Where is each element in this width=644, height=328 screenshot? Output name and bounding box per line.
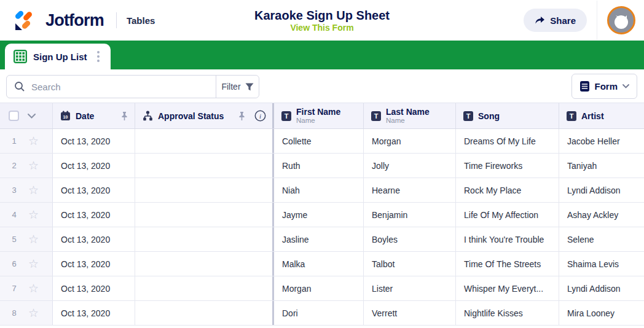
top-header: Jotform Tables Karaoke Sign Up Sheet Vie… bbox=[0, 0, 644, 41]
calendar-icon: 10 bbox=[60, 111, 71, 121]
row-number: 8 bbox=[9, 308, 20, 318]
favorite-star-icon[interactable]: ☆ bbox=[28, 307, 39, 319]
favorite-star-icon[interactable]: ☆ bbox=[28, 209, 39, 221]
cell-first-name[interactable]: Jasline bbox=[274, 227, 364, 251]
cell-last-name[interactable]: Jolly bbox=[364, 154, 456, 178]
cell-last-name[interactable]: Lister bbox=[364, 276, 456, 300]
table-row: 1 ☆ Oct 13, 2020 Collette Morgan Dreams … bbox=[0, 129, 644, 154]
brand[interactable]: Jotform Tables bbox=[0, 8, 155, 33]
table-row: 2 ☆ Oct 13, 2020 Ruth Jolly Time Firewor… bbox=[0, 154, 644, 178]
gutter-chevron-down-icon[interactable] bbox=[28, 114, 36, 119]
column-header-song[interactable]: T Song bbox=[456, 103, 559, 128]
favorite-star-icon[interactable]: ☆ bbox=[28, 184, 39, 196]
cell-first-name[interactable]: Collette bbox=[274, 129, 364, 153]
cell-approval-status[interactable] bbox=[135, 276, 274, 300]
cell-artist[interactable]: Lyndi Addison bbox=[559, 178, 644, 202]
cell-song[interactable]: Whisper My Everyt... bbox=[456, 276, 559, 300]
tab-options-menu-icon[interactable] bbox=[93, 49, 103, 64]
cell-first-name[interactable]: Morgan bbox=[274, 276, 364, 300]
cell-song[interactable]: Life Of My Affection bbox=[456, 203, 559, 227]
column-label-artist: Artist bbox=[581, 111, 604, 121]
cell-last-name[interactable]: Benjamin bbox=[364, 203, 456, 227]
cell-date[interactable]: Oct 13, 2020 bbox=[53, 252, 135, 276]
header-right: Share bbox=[524, 0, 635, 41]
cell-last-name[interactable]: Verrett bbox=[364, 301, 456, 325]
cell-song[interactable]: Time Of The Streets bbox=[456, 252, 559, 276]
cell-song[interactable]: Time Fireworks bbox=[456, 154, 559, 178]
favorite-star-icon[interactable]: ☆ bbox=[28, 160, 39, 171]
cell-approval-status[interactable] bbox=[135, 227, 274, 251]
cell-artist[interactable]: Ashay Ackley bbox=[559, 203, 644, 227]
cell-song[interactable]: Rock My Place bbox=[456, 178, 559, 202]
pin-icon[interactable] bbox=[120, 111, 128, 121]
cell-last-name[interactable]: Talbot bbox=[364, 252, 456, 276]
cell-song[interactable]: I think You're Trouble bbox=[456, 227, 559, 251]
row-number: 7 bbox=[9, 284, 20, 293]
svg-text:10: 10 bbox=[63, 115, 68, 119]
cell-date[interactable]: Oct 13, 2020 bbox=[53, 301, 135, 325]
column-header-artist[interactable]: T Artist bbox=[559, 103, 644, 128]
cell-song[interactable]: Nightlife Kisses bbox=[456, 301, 559, 325]
cell-last-name[interactable]: Morgan bbox=[364, 129, 456, 153]
cell-artist[interactable]: Taniyah bbox=[559, 154, 644, 178]
info-icon[interactable]: i bbox=[254, 110, 266, 122]
cell-first-name[interactable]: Malka bbox=[274, 252, 364, 276]
cell-artist[interactable]: Selene bbox=[559, 227, 644, 251]
cell-date[interactable]: Oct 13, 2020 bbox=[53, 154, 135, 178]
cell-artist[interactable]: Lyndi Addison bbox=[559, 276, 644, 300]
row-number: 6 bbox=[9, 259, 20, 268]
view-this-form-link[interactable]: View This Form bbox=[290, 23, 353, 33]
row-number: 4 bbox=[9, 210, 20, 219]
cell-approval-status[interactable] bbox=[135, 252, 274, 276]
user-avatar[interactable] bbox=[607, 6, 635, 34]
text-icon: T bbox=[567, 111, 576, 121]
cell-artist[interactable]: Shaima Levis bbox=[559, 252, 644, 276]
form-button[interactable]: Form bbox=[571, 74, 638, 99]
favorite-star-icon[interactable]: ☆ bbox=[28, 283, 39, 294]
table-row: 3 ☆ Oct 13, 2020 Niah Hearne Rock My Pla… bbox=[0, 178, 644, 203]
cell-first-name[interactable]: Jayme bbox=[274, 203, 364, 227]
search-placeholder: Search bbox=[31, 82, 61, 92]
share-button[interactable]: Share bbox=[524, 9, 587, 32]
cell-approval-status[interactable] bbox=[135, 178, 274, 202]
column-header-approval-status[interactable]: Approval Status i bbox=[135, 103, 274, 128]
cell-approval-status[interactable] bbox=[135, 203, 274, 227]
pin-icon[interactable] bbox=[238, 111, 246, 121]
column-header-last-name[interactable]: T Last Name Name bbox=[364, 103, 456, 128]
row-gutter: 8 ☆ bbox=[0, 301, 53, 325]
cell-date[interactable]: Oct 13, 2020 bbox=[53, 178, 135, 202]
column-label-song: Song bbox=[478, 111, 500, 121]
brand-divider bbox=[116, 12, 117, 28]
page-title: Karaoke Sign Up Sheet bbox=[254, 8, 390, 23]
search-input[interactable]: Search bbox=[7, 76, 216, 98]
toolbar: Search Filter bbox=[0, 69, 644, 103]
column-header-first-name[interactable]: T First Name Name bbox=[274, 103, 364, 128]
favorite-star-icon[interactable]: ☆ bbox=[28, 233, 39, 245]
tab-label: Sign Up List bbox=[33, 52, 87, 62]
cell-song[interactable]: Dreams Of My Life bbox=[456, 129, 559, 153]
cell-date[interactable]: Oct 13, 2020 bbox=[53, 276, 135, 300]
row-number: 1 bbox=[9, 136, 20, 146]
jotform-logo-icon bbox=[14, 8, 38, 33]
svg-text:i: i bbox=[259, 112, 261, 120]
filter-button[interactable]: Filter bbox=[216, 76, 259, 98]
cell-approval-status[interactable] bbox=[135, 301, 274, 325]
cell-last-name[interactable]: Boyles bbox=[364, 227, 456, 251]
cell-artist[interactable]: Mira Looney bbox=[559, 301, 644, 325]
cell-first-name[interactable]: Ruth bbox=[274, 154, 364, 178]
column-header-date[interactable]: 10 Date bbox=[53, 103, 135, 128]
cell-first-name[interactable]: Dori bbox=[274, 301, 364, 325]
favorite-star-icon[interactable]: ☆ bbox=[28, 258, 39, 270]
cell-last-name[interactable]: Hearne bbox=[364, 178, 456, 202]
tab-sign-up-list[interactable]: Sign Up List bbox=[5, 44, 111, 69]
cell-date[interactable]: Oct 13, 2020 bbox=[53, 129, 135, 153]
favorite-star-icon[interactable]: ☆ bbox=[28, 135, 39, 147]
table-row: 5 ☆ Oct 13, 2020 Jasline Boyles I think … bbox=[0, 227, 644, 252]
cell-approval-status[interactable] bbox=[135, 129, 274, 153]
cell-first-name[interactable]: Niah bbox=[274, 178, 364, 202]
cell-date[interactable]: Oct 13, 2020 bbox=[53, 227, 135, 251]
cell-artist[interactable]: Jacobe Heller bbox=[559, 129, 644, 153]
cell-date[interactable]: Oct 13, 2020 bbox=[53, 203, 135, 227]
cell-approval-status[interactable] bbox=[135, 154, 274, 178]
select-all-checkbox[interactable] bbox=[9, 111, 19, 121]
